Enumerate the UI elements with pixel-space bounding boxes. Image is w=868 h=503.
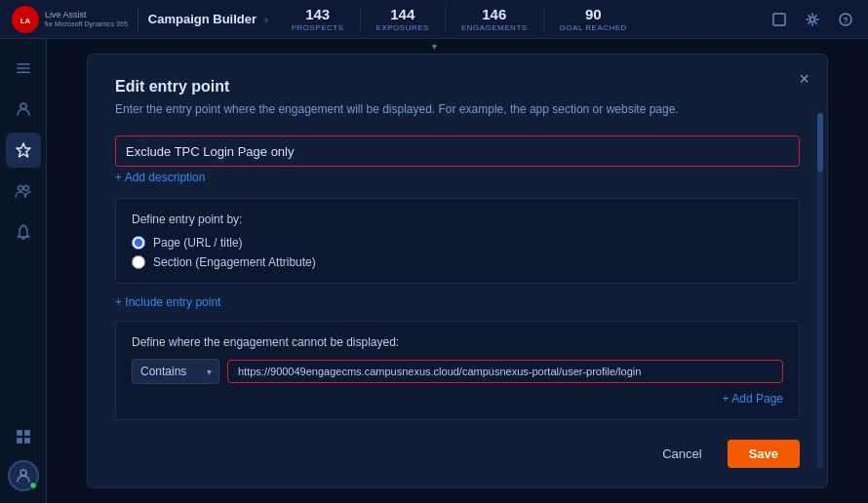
user-avatar[interactable] <box>8 460 39 491</box>
svg-point-9 <box>20 103 26 109</box>
exclude-box: Define where the engagement cannot be di… <box>115 321 800 420</box>
nav-icons: ? <box>769 9 856 30</box>
svg-rect-6 <box>17 63 30 65</box>
settings-icon[interactable] <box>802 9 823 30</box>
sidebar-item-campaign[interactable] <box>6 133 41 168</box>
svg-rect-8 <box>17 72 30 74</box>
radio-row-page: Page (URL / title) <box>132 236 783 250</box>
svg-point-16 <box>20 470 26 476</box>
prospects-label: PROSPECTS <box>292 23 344 32</box>
modal-title: Edit entry point <box>115 78 800 96</box>
sidebar-bottom <box>6 419 41 491</box>
svg-rect-7 <box>17 67 30 69</box>
main-content: × Edit entry point Enter the entry point… <box>47 39 868 503</box>
radio-page[interactable] <box>132 236 145 250</box>
stat-goal-reached: 90 GOAL REACHED <box>544 6 643 32</box>
logo-text: Live Assist for Microsoft Dynamics 365 <box>45 10 128 28</box>
svg-point-3 <box>810 17 815 21</box>
goal-number: 90 <box>585 6 602 23</box>
logo-icon: LA <box>12 6 39 33</box>
window-icon[interactable] <box>769 9 790 30</box>
svg-rect-12 <box>17 430 22 436</box>
stat-exposures: 144 EXPOSURES <box>361 6 446 32</box>
svg-rect-13 <box>24 430 30 436</box>
nav-arrow-icon: › <box>264 14 268 25</box>
engagements-number: 146 <box>482 6 506 23</box>
sidebar-item-grid[interactable] <box>6 419 41 454</box>
goal-label: GOAL REACHED <box>560 23 627 32</box>
exposures-number: 144 <box>390 6 414 23</box>
entry-name-box: Exclude TPC Login Page only <box>115 135 800 167</box>
modal-subtitle: Enter the entry point where the engageme… <box>115 101 800 118</box>
nav-stats: 143 PROSPECTS 144 EXPOSURES 146 ENGAGEME… <box>276 6 643 32</box>
modal-scrollbar[interactable] <box>817 113 823 468</box>
svg-rect-2 <box>773 14 785 25</box>
stat-engagements: 146 ENGAGEMENTS <box>446 6 544 32</box>
svg-rect-14 <box>17 438 22 444</box>
chevron-down-icon[interactable]: ▾ <box>432 41 437 52</box>
define-entry-point-box: Define entry point by: Page (URL / title… <box>115 198 800 284</box>
modal-scrollbar-thumb[interactable] <box>817 113 823 172</box>
radio-page-label: Page (URL / title) <box>153 236 243 250</box>
svg-point-11 <box>23 186 28 191</box>
contains-select[interactable]: Contains <box>132 359 219 384</box>
sidebar-item-notification[interactable] <box>6 214 41 250</box>
online-indicator <box>29 482 37 489</box>
prospects-number: 143 <box>305 6 330 23</box>
stat-prospects: 143 PROSPECTS <box>276 6 361 32</box>
contains-select-wrapper: Contains ▾ <box>132 359 219 384</box>
modal-close-button[interactable]: × <box>799 70 809 88</box>
add-page-link[interactable]: + Add Page <box>132 392 783 406</box>
exclude-label: Define where the engagement cannot be di… <box>132 335 783 349</box>
svg-text:?: ? <box>843 16 848 25</box>
save-button[interactable]: Save <box>728 440 800 468</box>
radio-section[interactable] <box>132 255 145 269</box>
sidebar-item-user[interactable] <box>6 92 41 127</box>
svg-rect-15 <box>24 438 30 444</box>
url-input[interactable] <box>227 360 783 383</box>
add-description-link[interactable]: + Add description <box>115 171 800 184</box>
sidebar-item-people[interactable] <box>6 174 41 209</box>
engagements-label: ENGAGEMENTS <box>461 23 528 32</box>
campaign-builder-label: Campaign Builder <box>148 12 256 26</box>
modal-footer: Cancel Save <box>115 436 800 468</box>
edit-entry-point-modal: × Edit entry point Enter the entry point… <box>87 54 828 488</box>
help-icon[interactable]: ? <box>835 9 856 30</box>
include-entry-point-link[interactable]: + Include entry point <box>115 295 800 309</box>
exposures-label: EXPOSURES <box>376 23 429 32</box>
define-label: Define entry point by: <box>132 213 783 226</box>
cancel-button[interactable]: Cancel <box>649 441 715 467</box>
exclude-row: Contains ▾ <box>132 359 783 384</box>
radio-section-label: Section (Engagement Attribute) <box>153 255 316 269</box>
top-nav: LA Live Assist for Microsoft Dynamics 36… <box>0 0 868 39</box>
svg-text:LA: LA <box>20 17 31 25</box>
entry-name-text: Exclude TPC Login Page only <box>126 144 294 159</box>
sidebar-item-menu[interactable] <box>6 51 41 86</box>
radio-row-section: Section (Engagement Attribute) <box>132 255 783 269</box>
sidebar <box>0 39 47 503</box>
svg-point-10 <box>18 186 22 191</box>
modal-overlay: × Edit entry point Enter the entry point… <box>47 39 868 503</box>
nav-divider <box>138 8 138 31</box>
logo-area: LA Live Assist for Microsoft Dynamics 36… <box>12 6 128 33</box>
